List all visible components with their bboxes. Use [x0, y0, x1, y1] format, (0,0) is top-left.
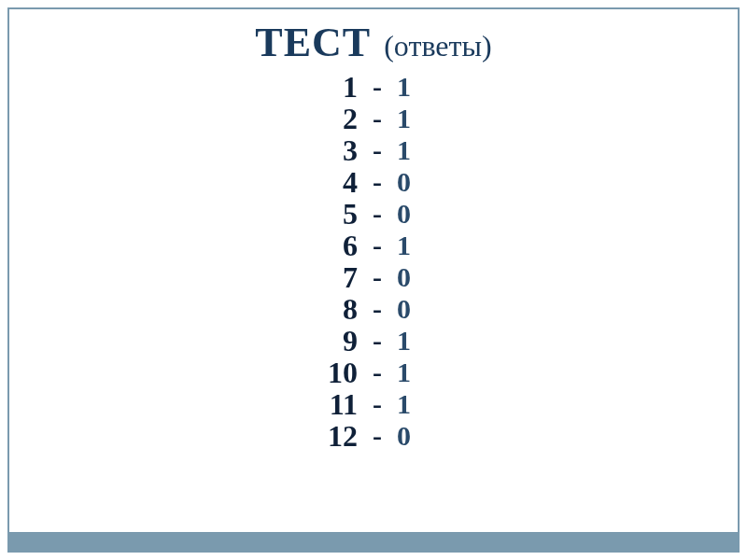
dash: - [369, 73, 386, 101]
question-number: 6 [324, 231, 369, 260]
answer-row: 8 - 0 [324, 294, 423, 324]
dash: - [369, 390, 386, 418]
answer-row: 9 - 1 [324, 326, 423, 356]
answer-value: 1 [386, 390, 423, 418]
question-number: 8 [324, 294, 369, 324]
answer-row: 1 - 1 [324, 72, 423, 102]
question-number: 5 [324, 199, 369, 229]
question-number: 11 [324, 389, 369, 419]
answer-value: 0 [386, 168, 423, 196]
answer-value: 1 [386, 105, 423, 133]
dash: - [369, 295, 386, 323]
answer-row: 4 - 0 [324, 167, 423, 197]
dash: - [369, 327, 386, 355]
dash: - [369, 105, 386, 133]
dash: - [369, 136, 386, 164]
answer-row: 6 - 1 [324, 231, 423, 260]
answer-value: 0 [386, 263, 423, 291]
answer-row: 5 - 0 [324, 199, 423, 229]
question-number: 3 [324, 135, 369, 165]
question-number: 2 [324, 104, 369, 133]
answer-row: 7 - 0 [324, 262, 423, 292]
dash: - [369, 263, 386, 291]
question-number: 4 [324, 167, 369, 197]
answer-row: 10 - 1 [324, 357, 423, 387]
answer-value: 1 [386, 327, 423, 355]
heading-main: ТЕСТ [255, 20, 371, 65]
slide-container: ТЕСТ (ответы) 1 - 1 2 - 1 3 - 1 4 - 0 [0, 0, 747, 560]
dash: - [369, 231, 386, 259]
dash: - [369, 168, 386, 196]
answer-value: 0 [386, 422, 423, 450]
question-number: 1 [324, 72, 369, 102]
answer-row: 2 - 1 [324, 104, 423, 133]
question-number: 7 [324, 262, 369, 292]
bottom-bar [9, 532, 738, 551]
answer-value: 0 [386, 295, 423, 323]
answer-value: 1 [386, 358, 423, 386]
answer-value: 1 [386, 231, 423, 259]
question-number: 12 [324, 421, 369, 451]
answer-value: 1 [386, 136, 423, 164]
slide-content: ТЕСТ (ответы) 1 - 1 2 - 1 3 - 1 4 - 0 [0, 19, 747, 453]
dash: - [369, 358, 386, 386]
answer-list: 1 - 1 2 - 1 3 - 1 4 - 0 5 - 0 [324, 72, 423, 453]
slide-heading: ТЕСТ (ответы) [0, 19, 747, 66]
answer-row: 3 - 1 [324, 135, 423, 165]
dash: - [369, 422, 386, 450]
question-number: 9 [324, 326, 369, 356]
answer-value: 0 [386, 200, 423, 228]
dash: - [369, 200, 386, 228]
answer-value: 1 [386, 73, 423, 101]
answer-row: 12 - 0 [324, 421, 423, 451]
question-number: 10 [324, 357, 369, 387]
answer-row: 11 - 1 [324, 389, 423, 419]
heading-sub: (ответы) [384, 29, 491, 63]
